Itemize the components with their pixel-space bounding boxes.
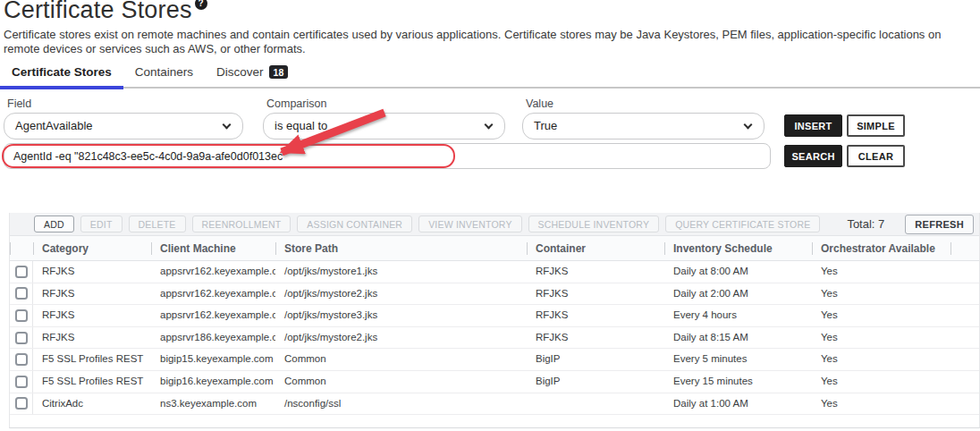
certificate-stores-page: Certificate Stores? Certificate stores e… [0, 0, 980, 431]
row-checkbox-cell [10, 305, 33, 326]
cell-category: F5 SSL Profiles REST [33, 349, 151, 370]
column-header-category: Category [33, 236, 151, 260]
search-button[interactable]: SEARCH [784, 145, 842, 167]
tab-label: Discover [216, 65, 264, 79]
cell-category: F5 SSL Profiles REST [33, 371, 151, 393]
cell-container: BigIP [527, 349, 664, 370]
table-toolbar: ADD EDIT DELETE REENROLLMENT ASSIGN CONT… [10, 213, 979, 236]
row-checkbox[interactable] [15, 266, 28, 278]
cell-inventory-schedule: Daily at 8:15 AM [664, 327, 812, 349]
cell-store-path: /opt/jks/mystore1.jks [275, 261, 527, 283]
page-description: Certificate stores exist on remote machi… [4, 28, 976, 56]
cell-store-path: Common [275, 371, 527, 393]
cell-orchestrator-available: Yes [812, 327, 951, 349]
column-header-inventory-schedule: Inventory Schedule [664, 236, 812, 260]
tab-bar: Certificate Stores Containers Discover 1… [0, 64, 980, 89]
table-row: RFJKS appsrvr162.keyexample.com /opt/jks… [10, 305, 979, 327]
cell-category: CitrixAdc [33, 393, 151, 415]
table-header-row: Category Client Machine Store Path Conta… [10, 236, 979, 261]
cell-store-path: /nsconfig/ssl [275, 393, 527, 415]
simple-button[interactable]: SIMPLE [847, 114, 905, 137]
tab[interactable]: Discover 18 [205, 65, 300, 87]
certificate-stores-table: ADD EDIT DELETE REENROLLMENT ASSIGN CONT… [9, 213, 980, 428]
row-checkbox-cell [10, 393, 33, 415]
cell-store-path: /opt/jks/mystore2.jks [275, 327, 527, 349]
toolbar-button[interactable]: ADD [34, 216, 74, 232]
toolbar-buttons: ADD EDIT DELETE REENROLLMENT ASSIGN CONT… [34, 216, 820, 232]
toolbar-button: REENROLLMENT [192, 216, 291, 232]
total-label: Total: [847, 217, 874, 231]
comparison-select-value: is equal to [275, 119, 327, 132]
cell-orchestrator-available: Yes [812, 349, 951, 370]
table-body: RFJKS appsrvr162.keyexample.com /opt/jks… [10, 261, 979, 415]
cell-inventory-schedule: Daily at 8:00 AM [664, 261, 812, 283]
help-icon[interactable]: ? [195, 0, 207, 10]
table-row: CitrixAdc ns3.keyexample.com /nsconfig/s… [10, 393, 979, 416]
tab-label: Containers [135, 65, 193, 79]
cell-inventory-schedule: Every 4 hours [664, 305, 812, 326]
cell-orchestrator-available: Yes [812, 261, 951, 283]
column-header-store-path: Store Path [275, 236, 527, 260]
tab[interactable]: Certificate Stores [0, 65, 123, 87]
cell-container: RFJKS [527, 261, 664, 283]
column-header-client-machine: Client Machine [151, 236, 275, 260]
chevron-down-icon [223, 121, 232, 130]
cell-container: RFJKS [527, 305, 664, 326]
cell-category: RFJKS [33, 283, 151, 305]
cell-container: RFJKS [527, 283, 664, 305]
total-count: Total: 7 [847, 217, 884, 231]
row-checkbox[interactable] [15, 332, 28, 344]
cell-client-machine: ns3.keyexample.com [151, 393, 275, 415]
page-title: Certificate Stores? [4, 0, 207, 24]
cell-container: BigIP [527, 371, 664, 393]
cell-client-machine: appsrvr186.keyexample.com [151, 327, 275, 349]
tab[interactable]: Containers [123, 65, 205, 87]
field-label: Field [7, 97, 31, 110]
cell-container: RFJKS [527, 327, 664, 349]
column-header-orchestrator-available: Orchestrator Available [812, 236, 951, 260]
field-select-value: AgentAvailable [15, 119, 93, 132]
comparison-label: Comparison [266, 97, 326, 110]
cell-store-path: /opt/jks/mystore2.jks [275, 283, 527, 305]
row-checkbox[interactable] [15, 309, 28, 322]
cell-store-path: /opt/jks/mystore3.jks [275, 305, 527, 326]
insert-button[interactable]: INSERT [784, 114, 842, 137]
cell-inventory-schedule: Daily at 1:00 AM [664, 393, 812, 415]
comparison-select[interactable]: is equal to [263, 113, 505, 139]
row-checkbox-cell [10, 261, 33, 283]
header-checkbox-cell [10, 236, 33, 260]
row-checkbox[interactable] [15, 376, 28, 388]
table-row: RFJKS appsrvr162.keyexample.com /opt/jks… [10, 283, 979, 306]
cell-store-path: Common [275, 349, 527, 370]
chevron-down-icon [744, 121, 753, 130]
total-value: 7 [878, 217, 884, 231]
cell-client-machine: appsrvr162.keyexample.com [151, 305, 275, 326]
query-input[interactable] [4, 143, 771, 169]
cell-orchestrator-available: Yes [812, 393, 951, 415]
field-select[interactable]: AgentAvailable [4, 113, 243, 139]
row-checkbox[interactable] [15, 287, 28, 300]
table-row: F5 SSL Profiles REST bigip16.keyexample.… [10, 371, 979, 393]
tab-badge: 18 [269, 65, 289, 79]
value-select-value: True [534, 119, 557, 132]
row-checkbox[interactable] [15, 397, 28, 410]
cell-client-machine: appsrvr162.keyexample.com [151, 261, 275, 283]
toolbar-button: DELETE [129, 216, 186, 232]
row-checkbox[interactable] [15, 353, 28, 366]
toolbar-button: VIEW INVENTORY [418, 216, 521, 232]
chevron-down-icon [485, 121, 494, 130]
cell-orchestrator-available: Yes [812, 371, 951, 393]
toolbar-button: EDIT [80, 216, 122, 232]
cell-container [527, 393, 664, 415]
cell-client-machine: appsrvr162.keyexample.com [151, 283, 275, 305]
clear-button[interactable]: CLEAR [847, 145, 905, 167]
cell-inventory-schedule: Every 5 minutes [664, 349, 812, 370]
value-label: Value [526, 97, 553, 110]
cell-orchestrator-available: Yes [812, 283, 951, 305]
cell-client-machine: bigip16.keyexample.com [151, 371, 275, 393]
table-row: F5 SSL Profiles REST bigip15.keyexample.… [10, 349, 979, 371]
refresh-button[interactable]: REFRESH [905, 215, 974, 234]
cell-inventory-schedule: Daily at 2:00 AM [664, 283, 812, 305]
row-checkbox-cell [10, 349, 33, 370]
value-select[interactable]: True [522, 113, 765, 139]
